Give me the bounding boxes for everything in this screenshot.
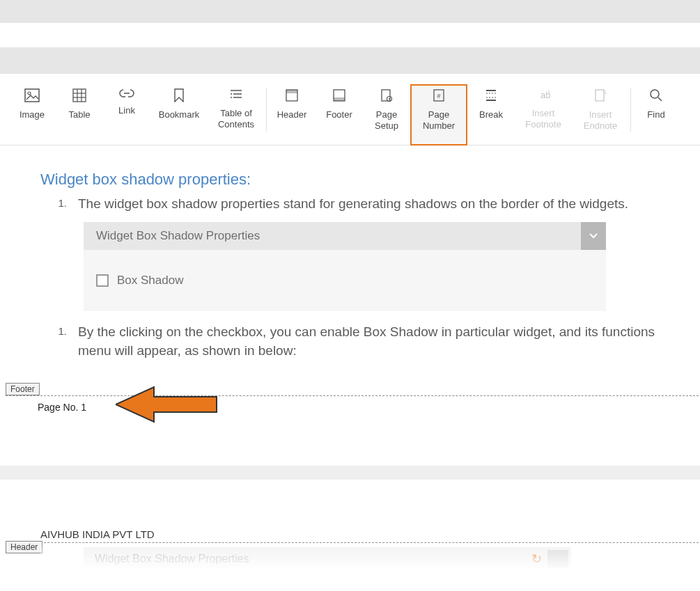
pagesetup-button[interactable]: Page Setup bbox=[363, 84, 410, 145]
footer-button[interactable]: Footer bbox=[316, 84, 363, 145]
find-icon bbox=[649, 88, 663, 102]
refresh-icon: ↻ bbox=[531, 551, 542, 567]
endnote-label: Insert Endnote bbox=[584, 109, 617, 132]
list-text: By the clicking on the checkbox, you can… bbox=[78, 322, 672, 361]
footer-boundary bbox=[6, 395, 699, 396]
header-icon bbox=[285, 88, 299, 102]
annotation-arrow-icon bbox=[116, 383, 220, 426]
link-label: Link bbox=[118, 105, 135, 116]
window-chrome bbox=[0, 0, 700, 23]
svg-text:#: # bbox=[437, 93, 440, 100]
bookmark-label: Bookmark bbox=[159, 109, 200, 120]
svg-rect-0 bbox=[25, 89, 39, 102]
pagenumber-button[interactable]: # Page Number bbox=[410, 84, 467, 145]
break-icon bbox=[485, 88, 497, 102]
find-label: Find bbox=[647, 109, 664, 120]
list-item: 1. By the clicking on the checkbox, you … bbox=[40, 322, 672, 361]
table-label: Table bbox=[68, 109, 90, 120]
ribbon-toolbar: Image Table Link Bookmark Table of Conte… bbox=[0, 74, 700, 145]
panel-title: Widget Box Shadow Properties bbox=[95, 553, 249, 565]
panel-title: Widget Box Shadow Properties bbox=[84, 229, 260, 243]
header-tab[interactable]: Header bbox=[6, 541, 42, 553]
bookmark-icon bbox=[173, 88, 185, 102]
pagesetup-label: Page Setup bbox=[375, 109, 398, 132]
page-gap bbox=[0, 466, 700, 480]
svg-rect-15 bbox=[334, 97, 345, 101]
company-name: AIVHUB INDIA PVT LTD bbox=[40, 528, 672, 540]
svg-text:1: 1 bbox=[604, 90, 607, 95]
bookmark-button[interactable]: Bookmark bbox=[150, 84, 208, 145]
image-icon bbox=[24, 88, 40, 102]
collapse-toggle[interactable] bbox=[581, 222, 606, 250]
svg-point-29 bbox=[651, 90, 659, 98]
ribbon-band bbox=[0, 47, 700, 74]
break-button[interactable]: Break bbox=[467, 84, 515, 145]
endnote-button: 1 Insert Endnote bbox=[572, 84, 629, 145]
toc-button[interactable]: Table of Contents bbox=[208, 84, 265, 145]
svg-rect-13 bbox=[286, 90, 297, 93]
svg-line-30 bbox=[658, 97, 662, 101]
table-button[interactable]: Table bbox=[56, 84, 103, 145]
link-button[interactable]: Link bbox=[103, 84, 150, 145]
gap bbox=[0, 23, 700, 47]
toc-label: Table of Contents bbox=[218, 108, 254, 131]
svg-rect-2 bbox=[73, 89, 86, 102]
footnote-icon: ab1 bbox=[536, 88, 550, 101]
footer-tab[interactable]: Footer bbox=[6, 383, 40, 395]
endnote-icon: 1 bbox=[593, 88, 607, 102]
pagenumber-icon: # bbox=[432, 88, 446, 102]
widget-panel-faded: Widget Box Shadow Properties ↻ bbox=[84, 547, 571, 571]
widget-panel: Widget Box Shadow Properties Box Shadow bbox=[84, 222, 606, 311]
footer-region: Footer Page No. 1 bbox=[40, 395, 672, 413]
footnote-button: ab1 Insert Footnote bbox=[515, 84, 572, 145]
svg-point-1 bbox=[28, 92, 31, 95]
list-number: 1. bbox=[40, 194, 78, 214]
panel-header: Widget Box Shadow Properties ↻ bbox=[84, 547, 571, 571]
header-label: Header bbox=[277, 109, 307, 120]
list-text: The widget box shadow properties stand f… bbox=[78, 194, 672, 214]
image-label: Image bbox=[20, 109, 45, 120]
section-heading: Widget box shadow properties: bbox=[40, 171, 672, 189]
next-page-header-region: AIVHUB INDIA PVT LTD Header Widget Box S… bbox=[40, 480, 672, 571]
document-area: Widget box shadow properties: 1. The wid… bbox=[0, 145, 700, 571]
checkbox-label: Box Shadow bbox=[117, 274, 183, 287]
panel-body: Box Shadow bbox=[84, 250, 606, 311]
footer-icon bbox=[332, 88, 346, 102]
toc-icon bbox=[229, 88, 243, 101]
svg-point-18 bbox=[389, 98, 390, 100]
separator bbox=[630, 88, 631, 132]
list-item: 1. The widget box shadow properties stan… bbox=[40, 194, 672, 214]
collapse-toggle bbox=[547, 550, 568, 568]
link-icon bbox=[119, 88, 134, 98]
svg-point-11 bbox=[231, 97, 232, 98]
break-label: Break bbox=[479, 109, 503, 120]
svg-point-10 bbox=[231, 93, 232, 95]
footer-label: Footer bbox=[326, 109, 352, 120]
find-button[interactable]: Find bbox=[632, 84, 680, 145]
header-button[interactable]: Header bbox=[268, 84, 316, 145]
pagesetup-icon bbox=[380, 88, 394, 102]
box-shadow-checkbox[interactable] bbox=[96, 274, 109, 287]
header-boundary bbox=[6, 542, 699, 543]
table-icon bbox=[72, 88, 86, 102]
svg-rect-27 bbox=[596, 90, 604, 101]
panel-header[interactable]: Widget Box Shadow Properties bbox=[84, 222, 606, 250]
list-number: 1. bbox=[40, 322, 78, 361]
pagenumber-label: Page Number bbox=[423, 109, 455, 132]
image-button[interactable]: Image bbox=[8, 84, 56, 145]
svg-text:1: 1 bbox=[547, 90, 550, 95]
chevron-down-icon bbox=[589, 233, 598, 239]
footnote-label: Insert Footnote bbox=[525, 108, 561, 131]
separator bbox=[266, 88, 267, 132]
svg-marker-31 bbox=[116, 387, 217, 422]
